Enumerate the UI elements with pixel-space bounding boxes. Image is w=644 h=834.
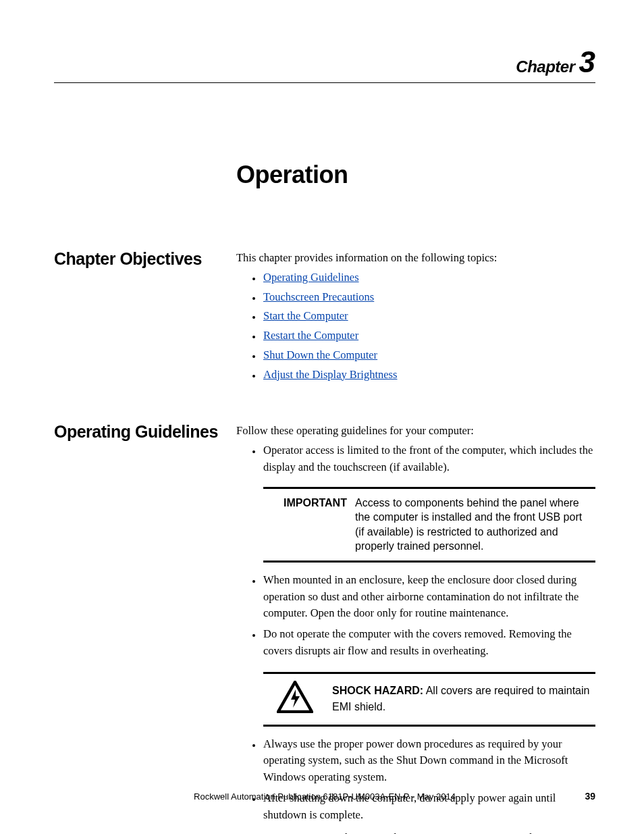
page-number: 39 — [585, 791, 595, 802]
guideline-bullet-2: When mounted in an enclosure, keep the e… — [262, 572, 595, 622]
section-chapter-objectives: Chapter Objectives This chapter provides… — [54, 250, 595, 386]
link-restart-computer[interactable]: Restart the Computer — [263, 329, 358, 342]
shock-hazard-label: SHOCK HAZARD: — [332, 685, 423, 696]
link-touchscreen-precautions[interactable]: Touchscreen Precautions — [263, 290, 374, 303]
footer-publication: Rockwell Automation Publication 6181P-UM… — [54, 791, 595, 802]
guideline-bullet-4: Always use the proper power down procedu… — [262, 736, 595, 786]
heading-operating-guidelines: Operating Guidelines — [54, 423, 236, 442]
hdd-note: For computers with a HDD, the HDD must c… — [263, 830, 595, 834]
chapter-header: Chapter 3 — [54, 47, 595, 83]
objectives-intro: This chapter provides information on the… — [236, 250, 595, 267]
shock-hazard-icon — [267, 681, 313, 718]
shock-hazard-text: SHOCK HAZARD: All covers are required to… — [332, 683, 591, 715]
section-operating-guidelines: Operating Guidelines Follow these operat… — [54, 423, 595, 834]
link-shut-down-computer[interactable]: Shut Down the Computer — [263, 348, 377, 361]
important-label: IMPORTANT — [267, 496, 343, 554]
link-start-computer[interactable]: Start the Computer — [263, 309, 348, 322]
shock-hazard-callout: SHOCK HAZARD: All covers are required to… — [263, 672, 595, 727]
chapter-number: 3 — [579, 47, 595, 77]
link-operating-guidelines[interactable]: Operating Guidelines — [263, 271, 359, 284]
important-body: Access to components behind the panel wh… — [355, 496, 591, 554]
heading-chapter-objectives: Chapter Objectives — [54, 250, 236, 269]
objectives-link-list: Operating Guidelines Touchscreen Precaut… — [236, 269, 595, 384]
guidelines-intro: Follow these operating guidelines for yo… — [236, 423, 595, 440]
guideline-bullet-3: Do not operate the computer with the cov… — [262, 626, 595, 660]
link-adjust-brightness[interactable]: Adjust the Display Brightness — [263, 368, 397, 381]
important-callout: IMPORTANT Access to components behind th… — [263, 487, 595, 563]
chapter-title: Operation — [236, 161, 595, 189]
chapter-label: Chapter — [516, 57, 574, 76]
guideline-bullet-1: Operator access is limited to the front … — [262, 442, 595, 476]
